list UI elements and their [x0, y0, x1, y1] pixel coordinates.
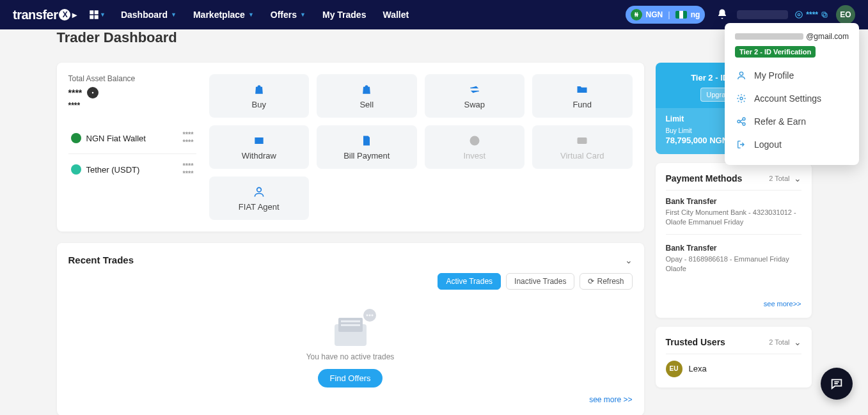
svg-rect-7 — [822, 12, 826, 16]
nav-links: Dashboard▼ Marketplace▼ Offers▼ My Trade… — [121, 10, 409, 20]
trusted-user-name: Lexa — [689, 364, 707, 373]
eye-icon[interactable] — [87, 87, 99, 98]
nav-item-wallet[interactable]: Wallet — [383, 10, 409, 20]
ngn-icon — [71, 133, 81, 143]
dropdown-refer-earn[interactable]: Refer & Earn — [725, 110, 859, 133]
buy-limit-value: 78,795,000 NGN — [666, 136, 729, 145]
dollar-icon — [468, 134, 481, 147]
refresh-button[interactable]: ⟳Refresh — [580, 273, 632, 290]
chevron-down-icon[interactable]: ⌄ — [794, 173, 801, 184]
currency-icon: ₦ — [631, 9, 642, 20]
recent-trades-title: Recent Trades — [68, 254, 134, 265]
user-icon — [253, 185, 265, 198]
swap-icon — [468, 83, 481, 96]
svg-point-13 — [92, 92, 94, 94]
empty-trades-text: You have no active trades — [306, 352, 395, 361]
nav-item-dashboard[interactable]: Dashboard▼ — [121, 10, 177, 20]
action-virtual-card: Virtual Card — [532, 125, 633, 169]
chat-fab-button[interactable] — [821, 368, 853, 400]
svg-rect-1 — [95, 10, 99, 14]
svg-point-10 — [738, 120, 740, 123]
share-icon — [736, 116, 746, 127]
payment-methods-panel: Payment Methods 2 Total⌄ Bank Transfer F… — [656, 163, 812, 318]
logo-text-left: transfer — [13, 8, 58, 22]
chevron-down-icon: ▼ — [100, 12, 106, 18]
usdt-icon — [71, 164, 81, 175]
svg-point-12 — [743, 123, 745, 125]
file-icon — [360, 134, 373, 147]
lang-code: ng — [691, 10, 700, 19]
svg-point-22 — [366, 315, 368, 317]
dropdown-account-settings[interactable]: Account Settings — [725, 87, 859, 110]
dropdown-email: @gmail.com — [725, 32, 859, 46]
trusted-users-panel: Trusted Users 2 Total⌄ EU Lexa — [656, 327, 812, 388]
avatar[interactable]: EO — [836, 5, 855, 24]
svg-point-14 — [470, 136, 479, 145]
svg-rect-3 — [95, 15, 99, 19]
apps-grid-icon[interactable]: ▼ — [88, 9, 106, 20]
recent-trades-card: Recent Trades ⌄ Active Trades Inactive T… — [57, 243, 644, 415]
account-dropdown: @gmail.com Tier 2 - ID Verification My P… — [725, 23, 859, 165]
dropdown-my-profile[interactable]: My Profile — [725, 64, 859, 87]
action-buy[interactable]: Buy — [209, 74, 310, 118]
svg-point-4 — [796, 12, 803, 19]
trusted-user-avatar: EU — [666, 361, 683, 377]
folder-plus-icon — [576, 83, 588, 96]
see-more-trades[interactable]: see more >> — [68, 395, 633, 404]
user-icon — [736, 70, 746, 81]
svg-rect-0 — [90, 10, 93, 14]
tab-active-trades[interactable]: Active Trades — [438, 273, 501, 290]
logout-icon — [736, 139, 746, 150]
balance-label: Total Asset Balance — [68, 74, 196, 83]
svg-rect-19 — [341, 320, 360, 322]
gear-icon — [736, 93, 746, 104]
nav-item-marketplace[interactable]: Marketplace▼ — [193, 10, 254, 20]
flag-ng-icon — [675, 11, 687, 19]
nav-item-mytrades[interactable]: My Trades — [322, 10, 366, 20]
action-bill-payment[interactable]: Bill Payment — [317, 125, 417, 169]
action-withdraw[interactable]: Withdraw — [209, 125, 310, 169]
balance-masked-2: **** — [68, 101, 196, 110]
svg-point-24 — [371, 315, 373, 317]
bag-icon — [253, 83, 265, 96]
payment-method-item[interactable]: Bank Transfer Opay - 8168986618 - Emmanu… — [666, 244, 801, 274]
chevron-down-icon[interactable]: ⌄ — [625, 255, 633, 265]
chevron-down-icon[interactable]: ⌄ — [794, 337, 801, 347]
chat-icon — [830, 377, 844, 391]
tab-inactive-trades[interactable]: Inactive Trades — [506, 273, 574, 290]
wallet-row[interactable]: Tether (USDT) ******** — [68, 153, 196, 185]
see-more-payment-methods[interactable]: see more>> — [666, 300, 801, 308]
action-fiat-agent[interactable]: FIAT Agent — [209, 176, 310, 220]
refresh-icon: ⟳ — [588, 277, 594, 286]
svg-point-5 — [798, 13, 801, 16]
logo[interactable]: transferX▸ — [13, 8, 77, 22]
currency-selector[interactable]: ₦ NGN | ng — [626, 6, 706, 24]
trusted-user-item[interactable]: EU Lexa — [666, 361, 801, 377]
logo-text-right: X — [59, 9, 70, 20]
action-fund[interactable]: Fund — [532, 74, 633, 118]
find-offers-button[interactable]: Find Offers — [318, 369, 382, 388]
wallet-icon — [253, 134, 265, 147]
trusted-users-title: Trusted Users — [666, 337, 725, 347]
svg-point-16 — [256, 187, 261, 192]
svg-rect-2 — [90, 15, 93, 19]
payment-methods-title: Payment Methods — [666, 173, 743, 184]
svg-point-9 — [740, 97, 743, 100]
copy-icon[interactable] — [821, 11, 828, 19]
action-swap[interactable]: Swap — [425, 74, 525, 118]
svg-point-8 — [739, 72, 743, 75]
nav-item-offers[interactable]: Offers▼ — [271, 10, 306, 20]
chevron-down-icon: ▼ — [248, 12, 254, 18]
bell-icon[interactable] — [716, 8, 728, 22]
action-sell[interactable]: Sell — [317, 74, 417, 118]
buy-limit-label: Buy Limit — [666, 127, 729, 134]
currency-code: NGN — [646, 10, 663, 19]
payment-method-item[interactable]: Bank Transfer First City Monument Bank -… — [666, 197, 801, 235]
svg-point-11 — [743, 118, 745, 120]
chevron-down-icon: ▼ — [300, 12, 306, 18]
dropdown-logout[interactable]: Logout — [725, 133, 859, 156]
wallet-row[interactable]: NGN Fiat Wallet ******** — [68, 123, 196, 153]
redacted-email — [735, 33, 803, 40]
redacted-name — [737, 10, 788, 19]
page-title: Trader Dashboard — [57, 29, 812, 46]
